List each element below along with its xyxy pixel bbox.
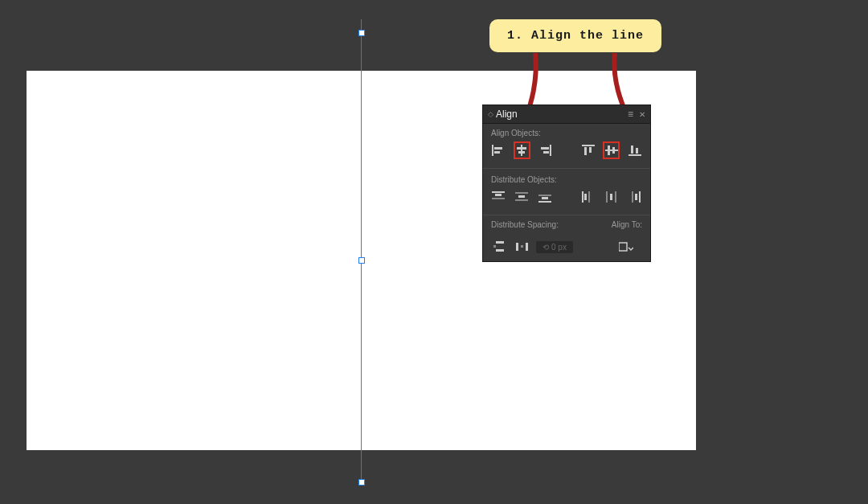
dist-v-bottom-icon bbox=[538, 191, 551, 203]
svg-rect-27 bbox=[582, 191, 583, 203]
panel-menu-icon[interactable]: ≡ bbox=[628, 109, 633, 120]
horizontal-distribute-left-button[interactable] bbox=[581, 189, 596, 205]
svg-rect-25 bbox=[542, 197, 548, 199]
align-left-icon bbox=[492, 145, 505, 156]
vertical-distribute-center-button[interactable] bbox=[514, 189, 530, 205]
svg-rect-10 bbox=[584, 147, 587, 155]
dist-h-right-icon bbox=[628, 191, 641, 203]
svg-rect-18 bbox=[492, 191, 505, 193]
vertical-align-center-button[interactable] bbox=[604, 142, 619, 158]
svg-rect-22 bbox=[518, 195, 525, 198]
svg-rect-36 bbox=[496, 241, 504, 244]
instruction-callout: 1. Align the line bbox=[489, 19, 661, 52]
horizontal-distribute-space-button[interactable] bbox=[514, 239, 531, 255]
callout-text: 1. Align the line bbox=[507, 29, 644, 43]
panel-collapse-icon[interactable]: ◇ bbox=[488, 110, 493, 118]
svg-rect-33 bbox=[632, 191, 633, 203]
panel-header[interactable]: ◇ Align ≡ ✕ bbox=[483, 105, 650, 124]
align-top-icon bbox=[582, 145, 595, 156]
svg-rect-39 bbox=[516, 243, 518, 251]
svg-rect-21 bbox=[515, 192, 528, 194]
distribute-spacing-label: Distribute Spacing: bbox=[491, 220, 573, 229]
svg-rect-4 bbox=[517, 147, 526, 150]
svg-rect-32 bbox=[615, 191, 616, 203]
horizontal-distribute-right-button[interactable] bbox=[627, 189, 642, 205]
svg-rect-20 bbox=[492, 198, 505, 199]
svg-rect-13 bbox=[608, 145, 610, 155]
svg-rect-31 bbox=[610, 194, 612, 200]
svg-rect-34 bbox=[635, 194, 637, 200]
horizontal-distribute-center-button[interactable] bbox=[604, 189, 619, 205]
vertical-align-bottom-button[interactable] bbox=[627, 142, 642, 158]
dist-v-space-icon bbox=[493, 241, 506, 252]
svg-rect-19 bbox=[495, 194, 502, 196]
svg-rect-7 bbox=[541, 147, 549, 150]
distribute-objects-label: Distribute Objects: bbox=[491, 175, 642, 184]
align-h-center-icon bbox=[515, 145, 528, 156]
svg-rect-3 bbox=[521, 145, 522, 156]
dist-h-center-icon bbox=[605, 191, 618, 203]
dist-v-center-icon bbox=[515, 191, 528, 203]
svg-rect-15 bbox=[628, 154, 641, 156]
svg-rect-24 bbox=[538, 195, 551, 196]
align-right-icon bbox=[538, 145, 551, 156]
align-to-label: Align To: bbox=[612, 220, 642, 229]
dist-v-top-icon bbox=[492, 191, 505, 203]
vertical-distribute-space-button[interactable] bbox=[491, 239, 509, 255]
panel-close-icon[interactable]: ✕ bbox=[639, 110, 645, 119]
svg-rect-11 bbox=[589, 147, 592, 153]
selection-handle-bottom[interactable] bbox=[358, 479, 365, 486]
dist-h-space-icon bbox=[516, 241, 529, 252]
svg-rect-35 bbox=[639, 191, 641, 203]
svg-rect-30 bbox=[606, 191, 608, 203]
dist-h-left-icon bbox=[582, 191, 595, 203]
align-to-artboard-icon bbox=[619, 241, 633, 252]
svg-rect-28 bbox=[584, 194, 587, 200]
svg-rect-5 bbox=[518, 151, 525, 154]
selection-handle-top[interactable] bbox=[358, 30, 365, 36]
svg-rect-16 bbox=[631, 145, 633, 154]
svg-rect-2 bbox=[494, 151, 500, 154]
link-icon: ⟲ bbox=[542, 243, 549, 252]
svg-rect-0 bbox=[492, 145, 493, 156]
svg-rect-9 bbox=[582, 145, 595, 146]
vertical-distribute-bottom-button[interactable] bbox=[538, 189, 553, 205]
align-objects-label: Align Objects: bbox=[491, 129, 642, 137]
svg-rect-26 bbox=[538, 201, 551, 203]
svg-rect-17 bbox=[636, 148, 638, 154]
svg-rect-12 bbox=[605, 150, 618, 151]
align-panel: ◇ Align ≡ ✕ Align Objects: bbox=[482, 104, 651, 262]
svg-rect-6 bbox=[550, 145, 551, 156]
vertical-distribute-top-button[interactable] bbox=[491, 189, 506, 205]
selection-handle-middle[interactable] bbox=[358, 257, 365, 264]
svg-rect-38 bbox=[496, 249, 504, 252]
horizontal-align-center-button[interactable] bbox=[514, 142, 530, 158]
svg-rect-37 bbox=[493, 245, 496, 248]
svg-rect-29 bbox=[588, 191, 590, 203]
selected-line-object[interactable] bbox=[361, 19, 362, 486]
svg-rect-1 bbox=[494, 147, 502, 150]
svg-rect-14 bbox=[612, 147, 615, 154]
spacing-value-input[interactable]: ⟲ 0 px bbox=[536, 241, 573, 253]
horizontal-align-right-button[interactable] bbox=[538, 142, 553, 158]
align-bottom-icon bbox=[628, 145, 641, 156]
horizontal-align-left-button[interactable] bbox=[491, 142, 506, 158]
svg-rect-40 bbox=[521, 245, 523, 248]
spacing-value-text: 0 px bbox=[551, 243, 567, 252]
svg-rect-41 bbox=[526, 243, 528, 251]
svg-rect-23 bbox=[515, 199, 528, 201]
svg-rect-42 bbox=[619, 243, 627, 251]
align-v-center-icon bbox=[605, 145, 618, 156]
panel-tab-title[interactable]: Align bbox=[496, 109, 518, 120]
align-to-dropdown[interactable] bbox=[618, 239, 634, 255]
svg-rect-8 bbox=[543, 151, 549, 154]
vertical-align-top-button[interactable] bbox=[581, 142, 596, 158]
